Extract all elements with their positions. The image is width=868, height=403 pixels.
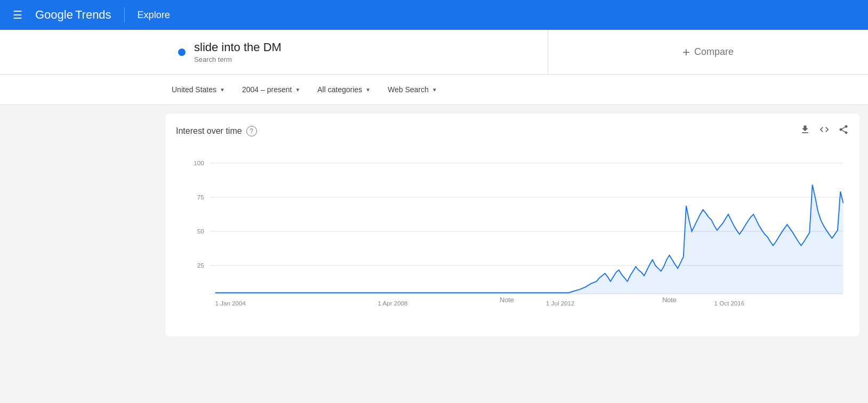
location-filter-arrow: ▼	[220, 87, 225, 93]
location-filter[interactable]: United States ▼	[165, 81, 231, 98]
explore-label: Explore	[138, 10, 170, 21]
embed-icon[interactable]	[819, 124, 830, 138]
compare-label: Compare	[694, 46, 734, 58]
header: ☰ Google Trends Explore	[0, 0, 868, 30]
category-filter-arrow: ▼	[365, 87, 371, 93]
category-filter[interactable]: All categories ▼	[311, 81, 377, 98]
search-section: slide into the DM Search term + Compare	[0, 30, 868, 75]
chart-area: 100 75 50 25 1 Jan 2004 1 Apr 2008 1 Jul…	[176, 146, 849, 317]
compare-plus-icon: +	[682, 45, 690, 60]
help-icon[interactable]: ?	[246, 126, 257, 136]
left-panel	[0, 114, 165, 336]
location-filter-label: United States	[172, 85, 216, 94]
search-type-filter-arrow: ▼	[432, 87, 437, 93]
category-filter-label: All categories	[317, 85, 362, 94]
chart-section: Interest over time ? 100	[165, 114, 859, 336]
left-spacer	[0, 30, 165, 74]
svg-text:50: 50	[197, 228, 204, 235]
svg-text:100: 100	[194, 159, 204, 166]
main-content: Interest over time ? 100	[0, 105, 868, 345]
search-term-box[interactable]: slide into the DM Search term	[165, 30, 548, 74]
logo: Google Trends	[35, 8, 111, 22]
search-term-dot	[178, 49, 186, 56]
svg-text:1 Jul 2012: 1 Jul 2012	[546, 300, 574, 307]
search-type-filter[interactable]: Web Search ▼	[381, 81, 444, 98]
time-filter-label: 2004 – present	[242, 85, 292, 94]
header-divider	[124, 7, 125, 22]
download-icon[interactable]	[800, 124, 810, 138]
chart-actions	[800, 124, 849, 138]
search-term-text: slide into the DM Search term	[194, 41, 282, 63]
time-filter[interactable]: 2004 – present ▼	[236, 81, 307, 98]
svg-text:1 Jan 2004: 1 Jan 2004	[215, 300, 246, 307]
chart-title-group: Interest over time ?	[176, 126, 257, 136]
time-filter-arrow: ▼	[295, 87, 300, 93]
search-term-name: slide into the DM	[194, 41, 282, 54]
google-logo-text: Google	[35, 8, 73, 22]
svg-text:1 Apr 2008: 1 Apr 2008	[378, 300, 408, 307]
compare-box[interactable]: + Compare	[548, 30, 868, 74]
svg-text:Note: Note	[662, 296, 677, 304]
svg-text:75: 75	[197, 194, 204, 200]
filters-section: United States ▼ 2004 – present ▼ All cat…	[0, 75, 868, 105]
chart-title: Interest over time	[176, 126, 242, 136]
share-icon[interactable]	[838, 124, 849, 138]
search-term-type: Search term	[194, 55, 282, 63]
trends-logo-text: Trends	[75, 8, 111, 22]
svg-text:1 Oct 2016: 1 Oct 2016	[714, 300, 745, 307]
search-type-filter-label: Web Search	[388, 85, 429, 94]
svg-text:25: 25	[197, 262, 204, 269]
chart-svg: 100 75 50 25 1 Jan 2004 1 Apr 2008 1 Jul…	[176, 146, 849, 317]
menu-icon[interactable]: ☰	[9, 4, 27, 26]
svg-text:Note: Note	[500, 296, 514, 304]
chart-header: Interest over time ?	[176, 124, 849, 138]
